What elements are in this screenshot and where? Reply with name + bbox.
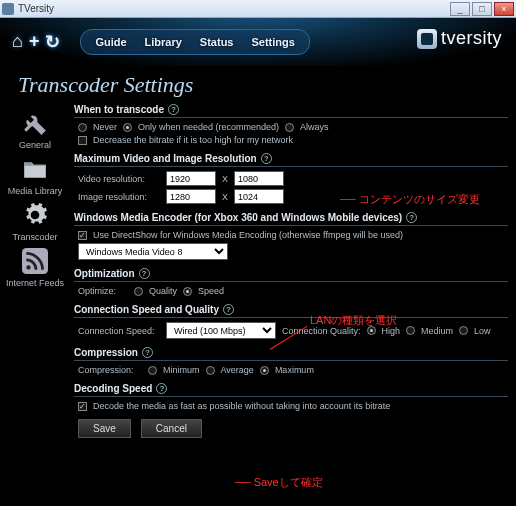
- by-label: X: [222, 192, 228, 202]
- label-always: Always: [300, 122, 329, 132]
- rss-icon: [20, 246, 50, 276]
- refresh-icon[interactable]: ↻: [45, 31, 60, 53]
- radio-max[interactable]: [260, 366, 269, 375]
- svg-point-1: [26, 265, 30, 269]
- page-title: Transcoder Settings: [0, 66, 516, 100]
- sidebar-item-media[interactable]: Media Library: [5, 154, 65, 196]
- sidebar-item-feeds[interactable]: Internet Feeds: [5, 246, 65, 288]
- heading-wme: Windows Media Encoder (for Xbox 360 and …: [74, 212, 402, 223]
- logo-icon: [417, 29, 437, 49]
- label-never: Never: [93, 122, 117, 132]
- nav-status[interactable]: Status: [192, 34, 242, 50]
- section-opt: Optimization ? Optimize: Quality Speed: [74, 268, 508, 296]
- by-label: X: [222, 174, 228, 184]
- radio-quality[interactable]: [134, 287, 143, 296]
- folder-icon: [20, 154, 50, 184]
- gear-icon: [20, 200, 50, 230]
- help-icon[interactable]: ?: [406, 212, 417, 223]
- window-title: TVersity: [18, 3, 448, 14]
- annotation-size: ── コンテンツのサイズ変更: [340, 192, 480, 207]
- section-conn: Connection Speed and Quality ? Connectio…: [74, 304, 508, 339]
- label-comp: Compression:: [78, 365, 142, 375]
- maximize-button[interactable]: □: [472, 2, 492, 16]
- home-icon[interactable]: ⌂: [12, 31, 23, 53]
- radio-always[interactable]: [285, 123, 294, 132]
- label-video-res: Video resolution:: [78, 174, 160, 184]
- nav-menu: Guide Library Status Settings: [80, 29, 310, 55]
- check-directshow[interactable]: [78, 231, 87, 240]
- help-icon[interactable]: ?: [261, 153, 272, 164]
- label-optimize: Optimize:: [78, 286, 128, 296]
- radio-avg[interactable]: [206, 366, 215, 375]
- heading-comp: Compression: [74, 347, 138, 358]
- sidebar-label-media: Media Library: [5, 186, 65, 196]
- save-button[interactable]: Save: [78, 419, 131, 438]
- heading-dec: Decoding Speed: [74, 383, 152, 394]
- radio-needed[interactable]: [123, 123, 132, 132]
- app-icon: [2, 3, 14, 15]
- help-icon[interactable]: ?: [223, 304, 234, 315]
- section-wme: Windows Media Encoder (for Xbox 360 and …: [74, 212, 508, 260]
- help-icon[interactable]: ?: [168, 104, 179, 115]
- label-fast-decode: Decode the media as fast as possible wit…: [93, 401, 390, 411]
- select-conn-speed[interactable]: Wired (100 Mbps): [166, 322, 276, 339]
- label-min: Minimum: [163, 365, 200, 375]
- input-video-width[interactable]: [166, 171, 216, 186]
- close-button[interactable]: ×: [494, 2, 514, 16]
- label-max: Maximum: [275, 365, 314, 375]
- radio-speed[interactable]: [183, 287, 192, 296]
- sidebar-label-transcoder: Transcoder: [5, 232, 65, 242]
- sidebar-label-general: General: [5, 140, 65, 150]
- annotation-save: ── Saveして確定: [235, 475, 323, 490]
- sidebar-label-feeds: Internet Feeds: [5, 278, 65, 288]
- nav-guide[interactable]: Guide: [87, 34, 134, 50]
- nav-library[interactable]: Library: [137, 34, 190, 50]
- add-icon[interactable]: +: [29, 31, 40, 53]
- input-image-width[interactable]: [166, 189, 216, 204]
- label-low: Low: [474, 326, 491, 336]
- label-quality: Quality: [149, 286, 177, 296]
- label-med: Medium: [421, 326, 453, 336]
- label-avg: Average: [221, 365, 254, 375]
- section-dec: Decoding Speed ? Decode the media as fas…: [74, 383, 508, 411]
- check-decrease[interactable]: [78, 136, 87, 145]
- titlebar: TVersity _ □ ×: [0, 0, 516, 18]
- label-image-res: Image resolution:: [78, 192, 160, 202]
- heading-opt: Optimization: [74, 268, 135, 279]
- annotation-lan: LANの種類を選択: [310, 313, 397, 328]
- section-comp: Compression ? Compression: Minimum Avera…: [74, 347, 508, 375]
- select-codec[interactable]: Windows Media Video 8: [78, 243, 228, 260]
- radio-never[interactable]: [78, 123, 87, 132]
- input-video-height[interactable]: [234, 171, 284, 186]
- settings-sidebar: General Media Library Transcoder Interne…: [0, 100, 70, 445]
- heading-conn: Connection Speed and Quality: [74, 304, 219, 315]
- section-when: When to transcode ? Never Only when need…: [74, 104, 508, 145]
- heading-maxres: Maximum Video and Image Resolution: [74, 153, 257, 164]
- radio-medium[interactable]: [406, 326, 415, 335]
- label-needed: Only when needed (recommended): [138, 122, 279, 132]
- help-icon[interactable]: ?: [139, 268, 150, 279]
- wrench-icon: [20, 108, 50, 138]
- label-conn-speed: Connection Speed:: [78, 326, 160, 336]
- top-toolbar: ⌂ + ↻ Guide Library Status Settings tver…: [0, 18, 516, 66]
- label-directshow: Use DirectShow for Windows Media Encodin…: [93, 230, 403, 240]
- content-panel: When to transcode ? Never Only when need…: [70, 100, 516, 445]
- cancel-button[interactable]: Cancel: [141, 419, 202, 438]
- label-speed: Speed: [198, 286, 224, 296]
- label-decrease: Decrease the bitrate if it is too high f…: [93, 135, 293, 145]
- radio-min[interactable]: [148, 366, 157, 375]
- check-fast-decode[interactable]: [78, 402, 87, 411]
- input-image-height[interactable]: [234, 189, 284, 204]
- brand-logo: tversity: [417, 28, 502, 49]
- brand-text: tversity: [441, 28, 502, 49]
- help-icon[interactable]: ?: [156, 383, 167, 394]
- sidebar-item-general[interactable]: General: [5, 108, 65, 150]
- heading-when: When to transcode: [74, 104, 164, 115]
- svg-rect-0: [22, 248, 48, 274]
- nav-settings[interactable]: Settings: [243, 34, 302, 50]
- help-icon[interactable]: ?: [142, 347, 153, 358]
- minimize-button[interactable]: _: [450, 2, 470, 16]
- sidebar-item-transcoder[interactable]: Transcoder: [5, 200, 65, 242]
- radio-low[interactable]: [459, 326, 468, 335]
